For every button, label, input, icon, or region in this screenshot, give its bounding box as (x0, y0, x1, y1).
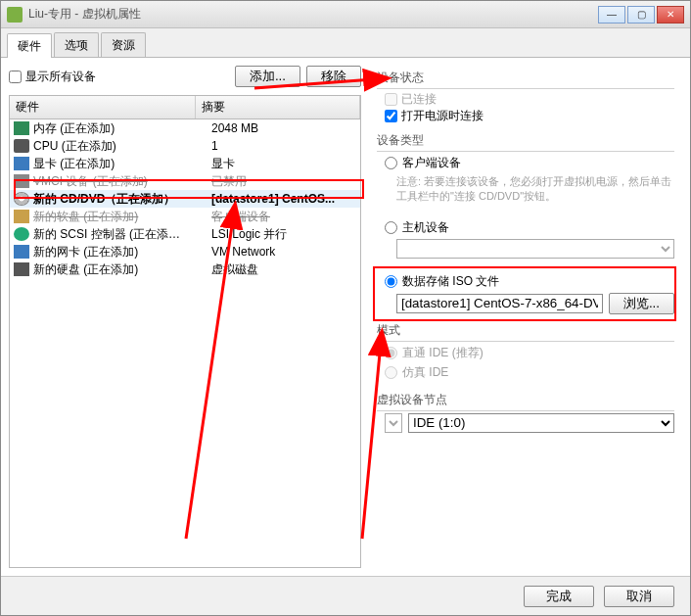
radio-host-label: 主机设备 (402, 219, 449, 236)
scsi-icon (14, 227, 29, 241)
row-floppy[interactable]: 新的软盘 (正在添加)客户端设备 (10, 208, 360, 225)
radio-emulate-input (385, 366, 397, 379)
add-button[interactable]: 添加... (235, 66, 300, 87)
status-title: 设备状态 (377, 70, 674, 89)
col-summary[interactable]: 摘要 (196, 96, 360, 118)
tabs: 硬件 选项 资源 (1, 28, 690, 58)
node-title: 虚拟设备节点 (377, 392, 674, 411)
row-nic[interactable]: 新的网卡 (正在添加)VM Network (10, 243, 360, 261)
connected-label: 已连接 (401, 91, 437, 108)
connect-at-poweron-label: 打开电源时连接 (401, 108, 484, 124)
radio-client-device[interactable]: 客户端设备 (385, 155, 674, 171)
tab-resources[interactable]: 资源 (101, 32, 146, 57)
col-hardware[interactable]: 硬件 (10, 96, 196, 118)
radio-passthrough-label: 直通 IDE (推荐) (402, 345, 484, 361)
show-all-devices-label: 显示所有设备 (25, 69, 96, 85)
cd-icon (14, 192, 29, 206)
close-button[interactable]: ✕ (657, 6, 684, 24)
titlebar: Liu-专用 - 虚拟机属性 — ▢ ✕ (1, 1, 690, 28)
window-title: Liu-专用 - 虚拟机属性 (28, 6, 598, 23)
app-icon (7, 7, 23, 23)
gpu-icon (14, 157, 29, 170)
minimize-button[interactable]: — (598, 6, 625, 24)
cpu-icon (14, 139, 29, 153)
tab-hardware[interactable]: 硬件 (7, 33, 52, 58)
connect-at-poweron-checkbox[interactable]: 打开电源时连接 (385, 108, 674, 124)
remove-button[interactable]: 移除 (306, 66, 361, 87)
group-mode: 模式 直通 IDE (推荐) 仿真 IDE (377, 322, 674, 384)
hdd-icon (14, 262, 29, 276)
radio-host-input[interactable] (385, 221, 397, 234)
finish-button[interactable]: 完成 (524, 586, 594, 607)
radio-client-label: 客户端设备 (402, 155, 461, 171)
connected-input (385, 93, 397, 106)
node-select[interactable]: IDE (1:0) (408, 413, 674, 433)
group-status: 设备状态 已连接 打开电源时连接 (377, 70, 674, 124)
connect-at-poweron-input[interactable] (385, 110, 397, 122)
floppy-icon (14, 210, 29, 223)
row-vmci[interactable]: VMCI 设备 (正在添加)已禁用 (10, 172, 360, 190)
row-cddvd[interactable]: 新的 CD/DVD（正在添加）[datastore1] CentOS... (10, 190, 360, 208)
radio-host-device[interactable]: 主机设备 (385, 219, 674, 236)
row-cpu[interactable]: CPU (正在添加)1 (10, 137, 360, 155)
tab-options[interactable]: 选项 (54, 32, 99, 57)
device-type-title: 设备类型 (377, 132, 674, 152)
group-virtual-node: 虚拟设备节点 IDE (1:0) (377, 392, 674, 433)
memory-icon (14, 121, 29, 135)
node-prefix-select (385, 413, 402, 433)
radio-client-input[interactable] (385, 157, 397, 169)
host-device-select (396, 239, 674, 259)
show-all-devices-input[interactable] (9, 71, 22, 83)
client-note: 注意: 若要连接该设备，您必须打开虚拟机电源，然后单击工具栏中的"连接 CD/D… (396, 174, 674, 205)
show-all-devices-checkbox[interactable]: 显示所有设备 (9, 69, 96, 85)
cancel-button[interactable]: 取消 (604, 586, 674, 607)
vmci-icon (14, 174, 29, 188)
row-gpu[interactable]: 显卡 (正在添加)显卡 (10, 155, 360, 172)
row-hdd[interactable]: 新的硬盘 (正在添加)虚拟磁盘 (10, 261, 360, 278)
row-memory[interactable]: 内存 (正在添加)2048 MB (10, 119, 360, 137)
radio-iso-file[interactable]: 数据存储 ISO 文件 (385, 273, 674, 290)
connected-checkbox: 已连接 (385, 91, 674, 108)
radio-iso-input[interactable] (385, 275, 397, 288)
radio-passthrough-input (385, 347, 397, 359)
radio-iso-label: 数据存储 ISO 文件 (402, 273, 499, 290)
hardware-grid: 硬件 摘要 内存 (正在添加)2048 MB CPU (正在添加)1 显卡 (正… (9, 95, 361, 568)
browse-button[interactable]: 浏览... (609, 293, 674, 314)
iso-path-input[interactable] (396, 294, 603, 313)
radio-passthrough: 直通 IDE (推荐) (385, 345, 674, 361)
maximize-button[interactable]: ▢ (627, 6, 655, 24)
mode-title: 模式 (377, 322, 674, 342)
radio-emulate: 仿真 IDE (385, 364, 674, 381)
row-scsi[interactable]: 新的 SCSI 控制器 (正在添…LSI Logic 并行 (10, 225, 360, 243)
radio-emulate-label: 仿真 IDE (402, 364, 448, 381)
group-device-type: 设备类型 客户端设备 注意: 若要连接该设备，您必须打开虚拟机电源，然后单击工具… (377, 132, 674, 314)
nic-icon (14, 245, 29, 259)
